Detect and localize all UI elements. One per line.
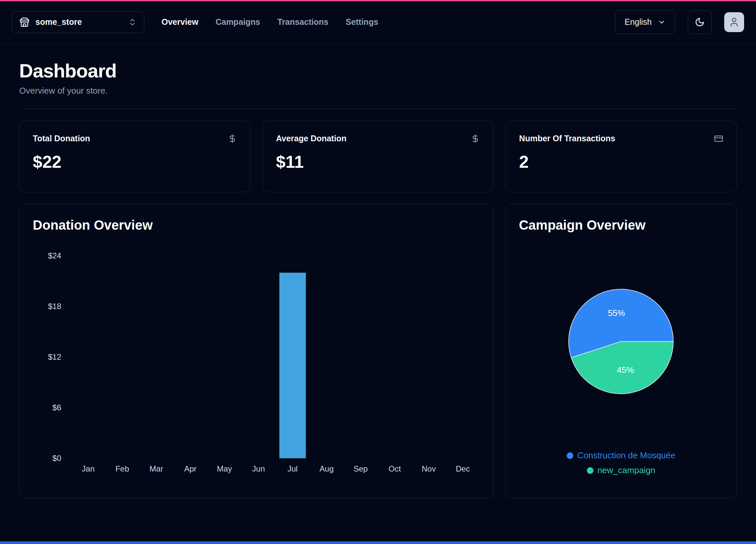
chevron-down-icon	[658, 18, 666, 26]
bar-slot-sep	[344, 256, 378, 458]
y-axis-tick: $0	[52, 454, 61, 463]
bar-slot-feb	[105, 256, 139, 458]
credit-card-icon	[714, 134, 723, 143]
x-axis-tick: Feb	[105, 464, 139, 474]
stat-value: $11	[276, 152, 480, 172]
pie-chart-area: 55%45%	[519, 233, 723, 450]
pie-percent-label: 45%	[617, 365, 634, 375]
stat-card-header: Total Donation	[33, 134, 237, 143]
main-content: Dashboard Overview of your store. Total …	[0, 44, 756, 498]
bottom-edge-strip	[0, 541, 756, 544]
stat-card-header: Number Of Transactions	[519, 134, 723, 143]
x-axis-tick: Mar	[139, 464, 173, 474]
account-button[interactable]	[724, 12, 744, 32]
divider	[19, 109, 737, 109]
legend-dot	[587, 467, 593, 474]
campaign-pie-chart: 55%45%	[566, 287, 676, 396]
dollar-sign-icon	[228, 134, 237, 143]
nav-item-campaigns[interactable]: Campaigns	[215, 17, 260, 27]
x-axis-tick: Dec	[446, 464, 480, 474]
chevrons-up-down-icon	[128, 18, 137, 26]
stat-title: Average Donation	[276, 134, 347, 143]
bar-chart-plot	[71, 256, 480, 458]
y-axis-tick: $6	[52, 403, 61, 412]
bar-slot-oct	[378, 256, 412, 458]
bar-slot-mar	[139, 256, 173, 458]
page-subtitle: Overview of your store.	[19, 86, 737, 96]
bar-slot-aug	[309, 256, 344, 458]
y-axis-tick: $24	[48, 251, 61, 260]
stat-title: Total Donation	[33, 134, 90, 143]
theme-toggle-button[interactable]	[688, 10, 712, 34]
pie-percent-label: 55%	[608, 308, 625, 318]
nav-item-overview[interactable]: Overview	[162, 17, 198, 27]
store-selector[interactable]: some_store	[12, 11, 144, 33]
bar-slot-jul	[275, 256, 309, 458]
stat-value: 2	[519, 152, 723, 172]
bar-slot-jan	[71, 256, 105, 458]
campaign-overview-title: Campaign Overview	[519, 218, 723, 233]
pie-legend: Construction de Mosquéenew_campaign	[519, 450, 723, 476]
bar-chart-y-axis: $24$18$12$6$0	[33, 256, 71, 458]
nav-item-settings[interactable]: Settings	[346, 17, 378, 27]
moon-icon	[695, 17, 705, 27]
legend-label: Construction de Mosquée	[577, 450, 675, 461]
header-actions: English	[615, 10, 744, 34]
campaign-overview-panel: Campaign Overview 55%45% Construction de…	[505, 204, 737, 498]
bar-slot-apr	[173, 256, 208, 458]
x-axis-tick: Oct	[378, 464, 412, 474]
stat-value: $22	[33, 152, 237, 172]
donation-overview-panel: Donation Overview $24$18$12$6$0 JanFebMa…	[19, 204, 494, 498]
x-axis-tick: May	[208, 464, 242, 474]
bar-slot-may	[208, 256, 242, 458]
stat-card: Total Donation $22	[19, 121, 251, 192]
dollar-sign-icon	[471, 134, 480, 143]
app-header: some_store OverviewCampaignsTransactions…	[0, 0, 756, 44]
legend-item: Construction de Mosquée	[567, 450, 675, 461]
panels-row: Donation Overview $24$18$12$6$0 JanFebMa…	[19, 204, 737, 498]
user-icon	[729, 17, 739, 27]
top-accent-bar	[0, 0, 756, 1]
legend-dot	[567, 452, 573, 459]
x-axis-tick: Jul	[275, 464, 309, 474]
bar-slot-dec	[446, 256, 480, 458]
store-icon	[20, 17, 29, 27]
stats-row: Total Donation $22 Average Donation $11 …	[19, 121, 737, 192]
x-axis-tick: Nov	[412, 464, 446, 474]
bar-chart-x-axis: JanFebMarAprMayJunJulAugSepOctNovDec	[71, 464, 480, 474]
x-axis-tick: Aug	[309, 464, 344, 474]
bar-chart-plot-wrap: JanFebMarAprMayJunJulAugSepOctNovDec	[71, 256, 480, 474]
stat-card: Number Of Transactions 2	[505, 121, 737, 192]
x-axis-tick: Jun	[241, 464, 275, 474]
y-axis-tick: $12	[48, 352, 61, 362]
x-axis-tick: Apr	[173, 464, 208, 474]
bar-slot-nov	[412, 256, 446, 458]
page-title: Dashboard	[19, 60, 737, 82]
bar-jul	[279, 273, 306, 458]
legend-item: new_campaign	[587, 465, 655, 476]
y-axis-tick: $18	[48, 302, 61, 311]
stat-card-header: Average Donation	[276, 134, 480, 143]
bar-slot-jun	[241, 256, 275, 458]
donation-bar-chart: $24$18$12$6$0 JanFebMarAprMayJunJulAugSe…	[33, 256, 480, 474]
language-selector-label: English	[625, 17, 652, 27]
store-selector-label: some_store	[35, 17, 82, 27]
x-axis-tick: Jan	[71, 464, 105, 474]
nav-item-transactions[interactable]: Transactions	[277, 17, 328, 27]
donation-overview-title: Donation Overview	[33, 218, 480, 233]
stat-card: Average Donation $11	[262, 121, 494, 192]
x-axis-tick: Sep	[344, 464, 378, 474]
legend-label: new_campaign	[597, 465, 655, 476]
stat-title: Number Of Transactions	[519, 134, 615, 143]
language-selector[interactable]: English	[615, 10, 675, 34]
main-nav: OverviewCampaignsTransactionsSettings	[162, 17, 378, 27]
